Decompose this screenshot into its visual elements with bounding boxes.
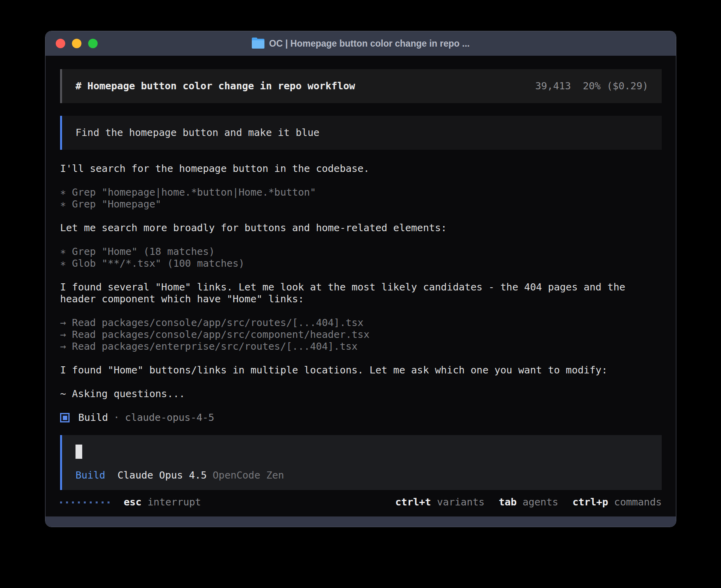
asterisk-icon: ∗: [60, 187, 66, 198]
assistant-message: I'll search for the homepage button in t…: [60, 163, 662, 175]
tool-call-grep: ∗ Grep "Home" (18 matches): [60, 246, 662, 258]
titlebar-title-group: OC | Homepage button color change in rep…: [252, 38, 470, 49]
shortcut-key: tab: [499, 496, 517, 508]
input-agent-label[interactable]: Build: [75, 469, 105, 481]
user-message-text: Find the homepage button and make it blu…: [75, 127, 319, 138]
prompt-input[interactable]: Build Claude Opus 4.5 OpenCode Zen: [60, 435, 662, 490]
token-count: 39,413: [535, 80, 571, 92]
tool-call-read: → Read packages/console/app/src/componen…: [60, 329, 662, 341]
tool-call-label: Glob "**/*.tsx" (100 matches): [66, 258, 245, 269]
session-header: # Homepage button color change in repo w…: [60, 69, 662, 103]
zoom-window-button[interactable]: [88, 39, 98, 48]
tool-call-read: → Read packages/enterprise/src/routes/[.…: [60, 341, 662, 352]
arrow-right-icon: →: [60, 329, 66, 340]
assistant-message: Let me search more broadly for buttons a…: [60, 222, 662, 234]
tool-call-glob: ∗ Glob "**/*.tsx" (100 matches): [60, 258, 662, 270]
tool-call-label: Read packages/console/app/src/routes/[..…: [66, 317, 364, 328]
tool-call-label: Grep "Homepage": [66, 198, 161, 210]
window-titlebar[interactable]: OC | Homepage button color change in rep…: [45, 31, 676, 56]
tool-call-read: → Read packages/console/app/src/routes/[…: [60, 317, 662, 329]
assistant-message: I found several "Home" links. Let me loo…: [60, 281, 662, 305]
tool-call-label: Read packages/enterprise/src/routes/[...…: [66, 341, 358, 352]
shortcut-commands[interactable]: ctrl+pcommands: [572, 496, 662, 508]
footer-left: esc interrupt: [60, 496, 201, 508]
folder-icon: [252, 39, 264, 49]
shortcut-variants[interactable]: ctrl+tvariants: [395, 496, 485, 508]
terminal-content: # Homepage button color change in repo w…: [45, 56, 676, 516]
arrow-right-icon: →: [60, 341, 66, 352]
footer-bar: esc interrupt ctrl+tvariants tabagents c…: [60, 496, 662, 508]
asterisk-icon: ∗: [60, 198, 66, 210]
esc-hint: interrupt: [147, 496, 201, 508]
tool-call-label: Grep "Home" (18 matches): [66, 246, 215, 257]
dot-separator: ·: [113, 412, 119, 424]
shortcut-key: ctrl+p: [572, 496, 608, 508]
arrow-right-icon: →: [60, 317, 66, 328]
agent-build-icon: [60, 413, 70, 422]
agent-name: Build: [78, 412, 108, 424]
window-title: OC | Homepage button color change in rep…: [269, 38, 470, 49]
input-meta-row: Build Claude Opus 4.5 OpenCode Zen: [75, 469, 648, 481]
shortcut-label: variants: [437, 496, 484, 508]
input-provider-label: OpenCode Zen: [213, 469, 284, 481]
tool-call-group: ∗ Grep "homepage|home.*button|Home.*butt…: [60, 187, 662, 210]
tool-call-grep: ∗ Grep "Homepage": [60, 198, 662, 210]
session-stats: 39,413 20% ($0.29): [535, 80, 648, 92]
agent-model: claude-opus-4-5: [125, 412, 214, 424]
asking-questions-status: ~ Asking questions...: [60, 388, 662, 400]
terminal-window: OC | Homepage button color change in rep…: [45, 31, 676, 527]
footer-right: ctrl+tvariants tabagents ctrl+pcommands: [395, 496, 662, 508]
esc-key-label[interactable]: esc: [124, 496, 142, 508]
tool-call-label: Grep "homepage|home.*button|Home.*button…: [66, 187, 316, 198]
user-message: Find the homepage button and make it blu…: [60, 116, 662, 150]
input-model-label[interactable]: Claude Opus 4.5: [117, 469, 207, 481]
agent-status-row: Build · claude-opus-4-5: [60, 412, 662, 424]
asterisk-icon: ∗: [60, 246, 66, 257]
close-window-button[interactable]: [56, 39, 65, 48]
text-cursor: [75, 445, 82, 459]
minimize-window-button[interactable]: [72, 39, 81, 48]
tool-call-group: ∗ Grep "Home" (18 matches) ∗ Glob "**/*.…: [60, 246, 662, 270]
shortcut-label: commands: [614, 496, 662, 508]
tool-call-group: → Read packages/console/app/src/routes/[…: [60, 317, 662, 352]
session-title: # Homepage button color change in repo w…: [75, 80, 355, 92]
shortcut-key: ctrl+t: [395, 496, 431, 508]
tool-call-label: Read packages/console/app/src/component/…: [66, 329, 370, 340]
window-bottom-strip: [45, 516, 676, 527]
assistant-message: I found "Home" buttons/links in multiple…: [60, 364, 662, 376]
shortcut-agents[interactable]: tabagents: [499, 496, 558, 508]
asterisk-icon: ∗: [60, 258, 66, 269]
context-cost: 20% ($0.29): [583, 80, 648, 92]
spinner-dots-icon: [60, 501, 109, 503]
traffic-lights: [56, 31, 98, 56]
tool-call-grep: ∗ Grep "homepage|home.*button|Home.*butt…: [60, 187, 662, 198]
shortcut-label: agents: [523, 496, 558, 508]
